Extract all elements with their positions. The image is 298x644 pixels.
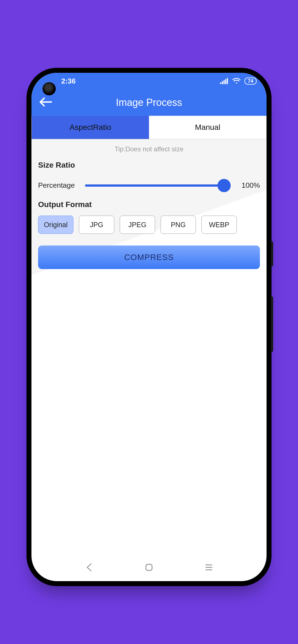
signal-icon xyxy=(220,78,228,84)
side-button xyxy=(271,297,273,352)
svg-rect-2 xyxy=(223,80,225,84)
tab-aspect-ratio[interactable]: AspectRatio xyxy=(32,116,149,139)
svg-rect-1 xyxy=(222,81,223,84)
nav-recent-button[interactable] xyxy=(201,560,217,576)
wifi-icon xyxy=(232,78,241,84)
compress-button[interactable]: COMPRESS xyxy=(38,245,260,269)
format-jpeg[interactable]: JPEG xyxy=(120,216,155,234)
battery-indicator: 74 xyxy=(244,77,257,85)
screen: 2:36 xyxy=(31,73,267,581)
back-arrow-icon xyxy=(39,96,52,109)
svg-rect-4 xyxy=(227,78,228,84)
percentage-slider[interactable] xyxy=(85,184,231,187)
status-icons: 74 xyxy=(220,77,257,85)
nav-home-button[interactable] xyxy=(141,560,157,576)
nav-recent-icon xyxy=(205,564,213,572)
side-button xyxy=(271,242,273,266)
camera-punch-hole xyxy=(42,82,56,95)
nav-home-icon xyxy=(145,563,153,573)
nav-back-button[interactable] xyxy=(81,560,97,576)
tip-text: Tip:Does not affect size xyxy=(38,145,260,153)
back-button[interactable] xyxy=(38,94,54,111)
svg-rect-3 xyxy=(225,79,226,84)
output-format-title: Output Format xyxy=(38,200,260,209)
format-original[interactable]: Original xyxy=(38,216,73,234)
format-options: Original JPG JPEG PNG WEBP xyxy=(38,216,260,234)
top-bar-area: 2:36 xyxy=(31,73,267,116)
status-time: 2:36 xyxy=(61,77,76,85)
content-area: Tip:Does not affect size Size Ratio Perc… xyxy=(31,139,267,555)
tab-manual[interactable]: Manual xyxy=(149,116,266,139)
nav-back-icon xyxy=(86,563,93,573)
format-jpg[interactable]: JPG xyxy=(79,216,114,234)
percentage-slider-wrap xyxy=(85,184,231,187)
size-ratio-title: Size Ratio xyxy=(38,161,260,170)
percentage-row: Percentage 100% xyxy=(38,181,260,190)
format-png[interactable]: PNG xyxy=(161,216,196,234)
percentage-label: Percentage xyxy=(38,181,79,190)
mode-tabs: AspectRatio Manual xyxy=(31,116,267,139)
svg-rect-5 xyxy=(146,564,152,570)
app-bar: Image Process xyxy=(31,89,267,116)
format-webp[interactable]: WEBP xyxy=(201,216,237,234)
percentage-value: 100% xyxy=(236,181,260,190)
page-title: Image Process xyxy=(31,97,267,108)
svg-rect-0 xyxy=(220,82,221,84)
status-bar: 2:36 xyxy=(31,73,267,89)
system-nav-bar xyxy=(31,555,267,581)
phone-frame: 2:36 xyxy=(26,68,272,586)
